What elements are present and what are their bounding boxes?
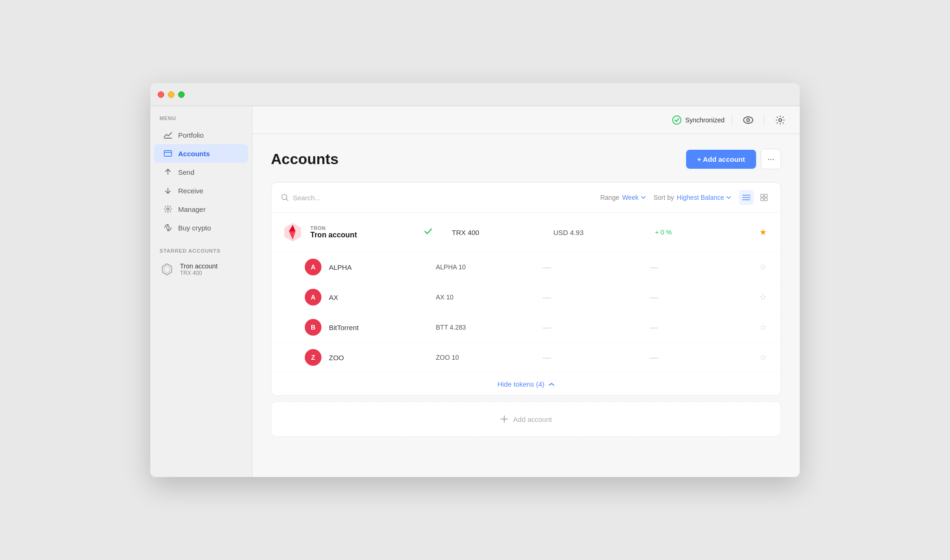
more-options-button[interactable]: ···	[761, 149, 781, 169]
tron-star-icon	[160, 262, 174, 277]
zoo-change-dash: —	[650, 353, 750, 363]
svg-rect-17	[761, 194, 764, 197]
alpha-name: ALPHA	[329, 263, 429, 271]
tron-balance: TRX 400	[452, 229, 546, 236]
svg-point-5	[167, 208, 169, 210]
maximize-button[interactable]	[178, 91, 185, 98]
receive-label: Receive	[178, 187, 203, 195]
range-label: Range	[600, 194, 619, 201]
svg-rect-1	[164, 151, 172, 156]
sync-status: Synchronized	[672, 115, 725, 125]
topbar-divider-2	[764, 115, 764, 126]
svg-point-8	[673, 116, 681, 124]
starred-accounts-label: STARRED ACCOUNTS	[150, 248, 252, 258]
bittorrent-star-button[interactable]: ☆	[757, 321, 770, 334]
hide-balances-button[interactable]	[740, 112, 757, 128]
tron-ticker: TRON	[310, 225, 404, 231]
sidebar-item-send[interactable]: Send	[154, 163, 248, 181]
svg-rect-19	[761, 198, 764, 201]
ax-avatar: A	[305, 289, 321, 305]
zoo-name: ZOO	[329, 354, 429, 362]
sync-icon	[672, 115, 681, 125]
view-toggle	[739, 190, 771, 205]
zoo-avatar: Z	[305, 349, 321, 366]
list-view-button[interactable]	[739, 190, 754, 205]
add-account-button[interactable]: + Add account	[686, 150, 756, 169]
ax-usd-dash: —	[543, 293, 642, 302]
svg-point-11	[779, 119, 782, 121]
tron-account-name: Tron account	[310, 231, 404, 239]
ax-change-dash: —	[650, 293, 750, 302]
ax-name: AX	[329, 293, 429, 301]
tron-usd: USD 4.93	[553, 229, 648, 236]
token-row-ax[interactable]: A AX AX 10 — — ☆	[271, 282, 781, 312]
send-icon	[163, 167, 173, 177]
range-chevron-icon	[641, 195, 646, 200]
svg-marker-7	[164, 266, 170, 273]
search-icon	[281, 193, 289, 202]
token-row-bittorrent[interactable]: B BitTorrent BTT 4.283 — — ☆	[271, 312, 781, 343]
zoo-star-button[interactable]: ☆	[757, 351, 770, 364]
search-input[interactable]	[293, 194, 593, 202]
add-account-card[interactable]: Add account	[271, 401, 781, 437]
filter-right: Range Week Sort by	[600, 190, 771, 205]
hide-tokens-label: Hide tokens (4)	[497, 380, 545, 388]
buy-crypto-icon	[163, 223, 173, 232]
hide-tokens-row[interactable]: Hide tokens (4)	[271, 373, 781, 395]
alpha-avatar: A	[305, 259, 321, 275]
page-header: Accounts + Add account ···	[271, 149, 781, 169]
sort-filter[interactable]: Sort by Highest Balance	[654, 194, 732, 201]
sort-chevron-icon	[726, 195, 732, 200]
filter-bar: Range Week Sort by	[271, 183, 781, 213]
ax-star-button[interactable]: ☆	[757, 291, 770, 304]
page-title: Accounts	[271, 151, 339, 168]
add-account-plus-icon	[500, 415, 508, 423]
send-label: Send	[178, 168, 194, 176]
bittorrent-change-dash: —	[650, 323, 750, 332]
sidebar-item-manager[interactable]: Manager	[154, 200, 248, 218]
alpha-star-button[interactable]: ☆	[757, 261, 770, 274]
topbar: Synchronized	[252, 106, 800, 134]
portfolio-icon	[163, 130, 173, 140]
receive-icon	[163, 186, 173, 195]
buy-crypto-label: Buy crypto	[178, 224, 211, 232]
portfolio-label: Portfolio	[178, 131, 204, 139]
tron-star-button[interactable]: ★	[757, 226, 770, 239]
settings-button[interactable]	[772, 112, 789, 128]
sidebar-item-receive[interactable]: Receive	[154, 181, 248, 200]
tron-account-row[interactable]: TRON Tron account TRX 400 USD 4.93 + 0 %…	[271, 213, 781, 252]
tron-account-info: TRON Tron account	[310, 225, 404, 239]
svg-point-9	[744, 117, 753, 123]
svg-point-10	[747, 119, 750, 121]
accounts-label: Accounts	[178, 150, 210, 158]
add-account-bottom-label: Add account	[513, 415, 552, 423]
tron-sync-check	[423, 226, 433, 239]
token-row-alpha[interactable]: A ALPHA ALPHA 10 — — ☆	[271, 252, 781, 282]
manager-label: Manager	[178, 205, 205, 213]
sidebar-item-accounts[interactable]: Accounts	[154, 144, 248, 163]
manager-icon	[163, 204, 173, 214]
sidebar-item-buy-crypto[interactable]: Buy crypto	[154, 218, 248, 237]
sort-value: Highest Balance	[677, 194, 732, 201]
starred-account-info: Tron account TRX 400	[180, 262, 218, 276]
token-row-zoo[interactable]: Z ZOO ZOO 10 — — ☆	[271, 343, 781, 373]
add-account-label: + Add account	[697, 155, 745, 163]
bittorrent-name: BitTorrent	[329, 324, 429, 331]
starred-account-balance: TRX 400	[180, 270, 218, 276]
zoo-usd-dash: —	[543, 353, 642, 363]
bittorrent-avatar: B	[305, 319, 321, 336]
sort-label: Sort by	[654, 194, 674, 201]
hide-tokens-chevron-icon	[548, 382, 555, 387]
topbar-divider	[732, 115, 732, 126]
more-icon: ···	[767, 154, 774, 164]
app-window: MENU Portfolio	[150, 83, 800, 477]
accounts-card: Range Week Sort by	[271, 182, 781, 396]
sidebar-item-portfolio[interactable]: Portfolio	[154, 126, 248, 144]
grid-view-button[interactable]	[757, 190, 771, 205]
minimize-button[interactable]	[168, 91, 174, 98]
close-button[interactable]	[158, 91, 164, 98]
starred-account-tron[interactable]: Tron account TRX 400	[150, 258, 252, 280]
range-filter[interactable]: Range Week	[600, 194, 646, 201]
ax-balance: AX 10	[436, 293, 536, 301]
app-body: MENU Portfolio	[150, 106, 800, 477]
